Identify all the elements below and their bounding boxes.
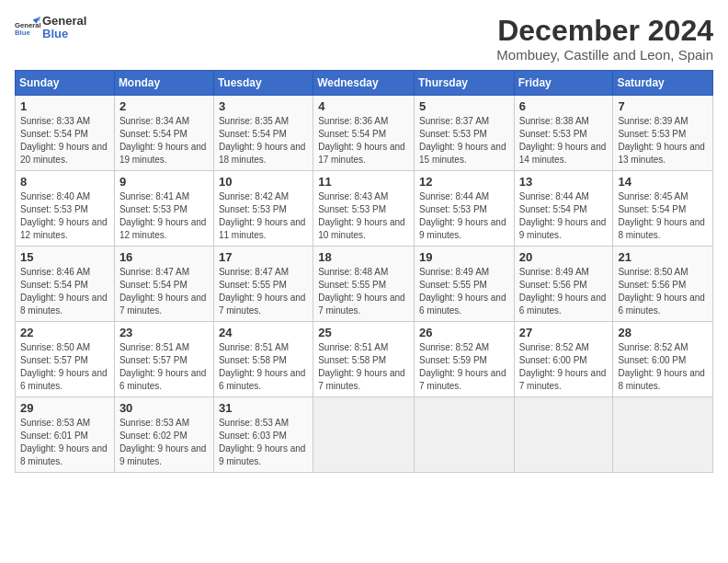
- day-info: Sunrise: 8:53 AM Sunset: 6:01 PM Dayligh…: [20, 417, 109, 468]
- calendar-day-cell: 20Sunrise: 8:49 AM Sunset: 5:56 PM Dayli…: [514, 247, 613, 322]
- day-info: Sunrise: 8:48 AM Sunset: 5:55 PM Dayligh…: [318, 266, 409, 317]
- day-info: Sunrise: 8:43 AM Sunset: 5:53 PM Dayligh…: [318, 190, 409, 242]
- calendar-day-cell: 11Sunrise: 8:43 AM Sunset: 5:53 PM Dayli…: [313, 171, 415, 247]
- day-number: 23: [119, 326, 209, 339]
- calendar-body: 1Sunrise: 8:33 AM Sunset: 5:54 PM Daylig…: [16, 96, 713, 473]
- calendar-day-cell: 4Sunrise: 8:36 AM Sunset: 5:54 PM Daylig…: [313, 96, 415, 171]
- calendar-day-cell: 8Sunrise: 8:40 AM Sunset: 5:53 PM Daylig…: [16, 171, 115, 247]
- calendar-day-cell: 27Sunrise: 8:52 AM Sunset: 6:00 PM Dayli…: [514, 322, 613, 397]
- location-title: Mombuey, Castille and Leon, Spain: [496, 47, 713, 63]
- page-header: General Blue General Blue December 2024 …: [15, 15, 713, 63]
- calendar-day-cell: 23Sunrise: 8:51 AM Sunset: 5:57 PM Dayli…: [114, 322, 213, 397]
- day-number: 6: [519, 99, 609, 113]
- calendar-day-cell: 1Sunrise: 8:33 AM Sunset: 5:54 PM Daylig…: [16, 96, 115, 171]
- calendar-day-cell: [514, 397, 613, 473]
- weekday-header-cell: Monday: [114, 71, 213, 96]
- calendar-day-cell: 22Sunrise: 8:50 AM Sunset: 5:57 PM Dayli…: [16, 322, 115, 397]
- weekday-header-cell: Thursday: [414, 71, 514, 96]
- calendar-day-cell: 30Sunrise: 8:53 AM Sunset: 6:02 PM Dayli…: [114, 397, 213, 473]
- day-info: Sunrise: 8:40 AM Sunset: 5:53 PM Dayligh…: [20, 190, 109, 242]
- month-title: December 2024: [496, 15, 713, 47]
- day-info: Sunrise: 8:51 AM Sunset: 5:58 PM Dayligh…: [219, 341, 308, 393]
- day-number: 26: [419, 326, 509, 339]
- day-info: Sunrise: 8:39 AM Sunset: 5:53 PM Dayligh…: [618, 115, 708, 167]
- day-info: Sunrise: 8:52 AM Sunset: 6:00 PM Dayligh…: [519, 341, 609, 393]
- weekday-header-cell: Wednesday: [313, 71, 415, 96]
- day-number: 28: [618, 326, 708, 339]
- calendar-table: SundayMondayTuesdayWednesdayThursdayFrid…: [15, 70, 713, 473]
- day-info: Sunrise: 8:37 AM Sunset: 5:53 PM Dayligh…: [419, 115, 509, 167]
- day-info: Sunrise: 8:45 AM Sunset: 5:54 PM Dayligh…: [618, 190, 708, 242]
- day-number: 13: [519, 175, 609, 189]
- calendar-day-cell: 24Sunrise: 8:51 AM Sunset: 5:58 PM Dayli…: [213, 322, 313, 397]
- day-info: Sunrise: 8:52 AM Sunset: 6:00 PM Dayligh…: [618, 341, 708, 393]
- day-number: 22: [20, 326, 109, 339]
- day-info: Sunrise: 8:35 AM Sunset: 5:54 PM Dayligh…: [219, 115, 308, 167]
- calendar-day-cell: 16Sunrise: 8:47 AM Sunset: 5:54 PM Dayli…: [114, 247, 213, 322]
- calendar-week-row: 1Sunrise: 8:33 AM Sunset: 5:54 PM Daylig…: [16, 96, 713, 171]
- day-info: Sunrise: 8:42 AM Sunset: 5:53 PM Dayligh…: [219, 190, 308, 242]
- weekday-header-row: SundayMondayTuesdayWednesdayThursdayFrid…: [16, 71, 713, 96]
- svg-text:Blue: Blue: [15, 29, 30, 38]
- day-info: Sunrise: 8:53 AM Sunset: 6:03 PM Dayligh…: [219, 417, 308, 468]
- weekday-header-cell: Tuesday: [213, 71, 313, 96]
- calendar-day-cell: 18Sunrise: 8:48 AM Sunset: 5:55 PM Dayli…: [313, 247, 415, 322]
- day-number: 21: [618, 250, 708, 264]
- day-info: Sunrise: 8:49 AM Sunset: 5:55 PM Dayligh…: [419, 266, 509, 317]
- calendar-day-cell: 7Sunrise: 8:39 AM Sunset: 5:53 PM Daylig…: [613, 96, 713, 171]
- calendar-day-cell: [414, 397, 514, 473]
- day-number: 5: [419, 99, 509, 113]
- day-number: 31: [219, 401, 308, 415]
- logo: General Blue General Blue: [15, 15, 86, 41]
- calendar-day-cell: 15Sunrise: 8:46 AM Sunset: 5:54 PM Dayli…: [16, 247, 115, 322]
- weekday-header-cell: Saturday: [613, 71, 713, 96]
- calendar-day-cell: 13Sunrise: 8:44 AM Sunset: 5:54 PM Dayli…: [514, 171, 613, 247]
- day-number: 10: [219, 175, 308, 189]
- day-number: 15: [20, 250, 109, 264]
- day-info: Sunrise: 8:38 AM Sunset: 5:53 PM Dayligh…: [519, 115, 609, 167]
- weekday-header-cell: Sunday: [16, 71, 115, 96]
- day-info: Sunrise: 8:33 AM Sunset: 5:54 PM Dayligh…: [20, 115, 109, 167]
- day-number: 3: [219, 99, 308, 113]
- weekday-header-cell: Friday: [514, 71, 613, 96]
- calendar-day-cell: 21Sunrise: 8:50 AM Sunset: 5:56 PM Dayli…: [613, 247, 713, 322]
- day-info: Sunrise: 8:34 AM Sunset: 5:54 PM Dayligh…: [119, 115, 209, 167]
- day-number: 19: [419, 250, 509, 264]
- day-number: 16: [119, 250, 209, 264]
- day-number: 7: [618, 99, 708, 113]
- day-number: 29: [20, 401, 109, 415]
- calendar-day-cell: 6Sunrise: 8:38 AM Sunset: 5:53 PM Daylig…: [514, 96, 613, 171]
- calendar-day-cell: 19Sunrise: 8:49 AM Sunset: 5:55 PM Dayli…: [414, 247, 514, 322]
- day-number: 25: [318, 326, 409, 339]
- calendar-week-row: 29Sunrise: 8:53 AM Sunset: 6:01 PM Dayli…: [16, 397, 713, 473]
- calendar-day-cell: [613, 397, 713, 473]
- day-number: 11: [318, 175, 409, 189]
- calendar-week-row: 8Sunrise: 8:40 AM Sunset: 5:53 PM Daylig…: [16, 171, 713, 247]
- day-number: 27: [519, 326, 609, 339]
- calendar-day-cell: 31Sunrise: 8:53 AM Sunset: 6:03 PM Dayli…: [213, 397, 313, 473]
- day-number: 14: [618, 175, 708, 189]
- calendar-day-cell: 2Sunrise: 8:34 AM Sunset: 5:54 PM Daylig…: [114, 96, 213, 171]
- day-info: Sunrise: 8:50 AM Sunset: 5:57 PM Dayligh…: [20, 341, 109, 393]
- day-info: Sunrise: 8:53 AM Sunset: 6:02 PM Dayligh…: [119, 417, 209, 468]
- calendar-week-row: 15Sunrise: 8:46 AM Sunset: 5:54 PM Dayli…: [16, 247, 713, 322]
- day-number: 9: [119, 175, 209, 189]
- day-number: 18: [318, 250, 409, 264]
- calendar-day-cell: 10Sunrise: 8:42 AM Sunset: 5:53 PM Dayli…: [213, 171, 313, 247]
- day-info: Sunrise: 8:51 AM Sunset: 5:57 PM Dayligh…: [119, 341, 209, 393]
- logo-text-general: General: [42, 15, 86, 28]
- day-info: Sunrise: 8:36 AM Sunset: 5:54 PM Dayligh…: [318, 115, 409, 167]
- day-number: 8: [20, 175, 109, 189]
- calendar-day-cell: 12Sunrise: 8:44 AM Sunset: 5:53 PM Dayli…: [414, 171, 514, 247]
- calendar-day-cell: [313, 397, 415, 473]
- day-info: Sunrise: 8:46 AM Sunset: 5:54 PM Dayligh…: [20, 266, 109, 317]
- calendar-day-cell: 17Sunrise: 8:47 AM Sunset: 5:55 PM Dayli…: [213, 247, 313, 322]
- day-number: 4: [318, 99, 409, 113]
- day-info: Sunrise: 8:41 AM Sunset: 5:53 PM Dayligh…: [119, 190, 209, 242]
- logo-text-blue: Blue: [42, 28, 86, 40]
- day-number: 30: [119, 401, 209, 415]
- calendar-day-cell: 3Sunrise: 8:35 AM Sunset: 5:54 PM Daylig…: [213, 96, 313, 171]
- day-info: Sunrise: 8:47 AM Sunset: 5:54 PM Dayligh…: [119, 266, 209, 317]
- day-number: 24: [219, 326, 308, 339]
- calendar-day-cell: 5Sunrise: 8:37 AM Sunset: 5:53 PM Daylig…: [414, 96, 514, 171]
